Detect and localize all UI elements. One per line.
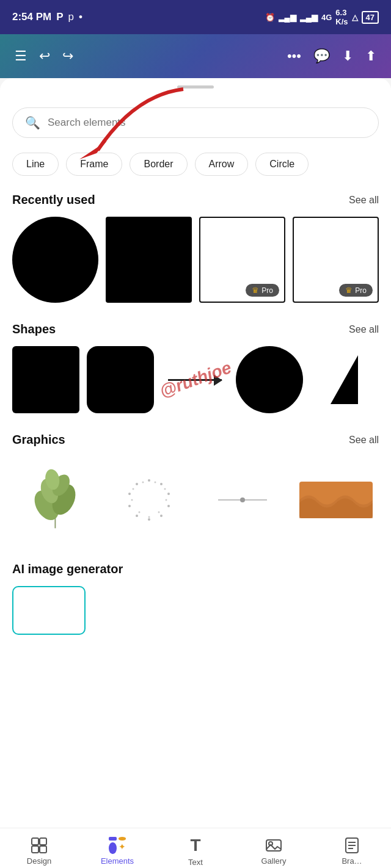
status-left: 2:54 PM P p • [12, 11, 82, 23]
filter-line[interactable]: Line [12, 153, 59, 176]
svg-point-12 [148, 518, 150, 521]
gallery-icon [265, 837, 282, 854]
wavy-svg [299, 482, 373, 518]
nav-elements-label: Elements [101, 856, 134, 866]
shape-black-rounded[interactable] [87, 346, 154, 413]
graphic-plant[interactable] [12, 457, 98, 543]
elem-star: ✦ [119, 842, 126, 855]
shapes-section: Shapes See all [12, 322, 379, 413]
graphic-dots[interactable] [106, 457, 192, 543]
svg-point-23 [131, 499, 133, 501]
triangle-icon: △ [352, 13, 358, 22]
shape-arrow[interactable] [161, 346, 228, 413]
recently-used-title: Recently used [12, 193, 95, 207]
filter-arrow[interactable]: Arrow [195, 153, 249, 176]
signal-icon: ▂▄▆ [279, 13, 296, 22]
undo-icon[interactable]: ↩ [39, 48, 50, 64]
speed: 6.3K/s [335, 8, 348, 26]
shape-circle[interactable] [236, 346, 303, 413]
svg-rect-29 [32, 838, 38, 845]
network-4g: 4G [321, 13, 332, 22]
pro-badge-2: ♛ Pro [339, 284, 373, 297]
shapes-header: Shapes See all [12, 322, 379, 336]
more-icon[interactable]: ••• [287, 48, 301, 64]
crown-icon-1: ♛ [252, 286, 259, 295]
svg-point-22 [138, 511, 140, 513]
status-bar: 2:54 PM P p • ⏰ ▂▄▆ ▂▄▆ 4G 6.3K/s △ 47 [0, 0, 391, 34]
status-right: ⏰ ▂▄▆ ▂▄▆ 4G 6.3K/s △ 47 [265, 8, 379, 26]
svg-rect-30 [40, 838, 46, 845]
recently-used-see-all[interactable]: See all [349, 195, 379, 206]
shapes-see-all[interactable]: See all [349, 324, 379, 335]
recent-white-rect[interactable]: ♛ Pro [293, 217, 379, 303]
svg-point-15 [128, 493, 131, 495]
nav-elements[interactable]: ✦ Elements [78, 837, 156, 866]
svg-point-25 [142, 481, 144, 483]
drag-handle[interactable] [0, 78, 391, 95]
shape-triangle[interactable] [310, 346, 378, 413]
dots-svg [125, 476, 174, 524]
search-icon: 🔍 [25, 115, 40, 130]
shapes-grid [12, 346, 379, 413]
pro-badge-1: ♛ Pro [246, 284, 279, 297]
graphics-grid [12, 457, 379, 543]
svg-point-13 [136, 515, 138, 517]
svg-point-27 [240, 497, 245, 502]
svg-point-11 [160, 515, 163, 517]
main-panel: 🔍 Line Frame Border Arrow Circle Recentl… [0, 95, 391, 828]
redo-icon[interactable]: ↪ [62, 48, 73, 64]
search-bar[interactable]: 🔍 [12, 107, 379, 138]
recent-white-square[interactable]: ♛ Pro [199, 217, 285, 303]
svg-point-21 [148, 516, 150, 518]
filter-circle[interactable]: Circle [255, 153, 309, 176]
svg-point-18 [164, 488, 166, 490]
dot-icon: • [79, 11, 82, 23]
share-icon[interactable]: ⬆ [365, 48, 376, 64]
elem-circle [119, 837, 126, 841]
signal2-icon: ▂▄▆ [300, 13, 318, 22]
shapes-grid-container: @ruthjoe [12, 346, 379, 413]
graphics-header: Graphics See all [12, 433, 379, 447]
alarm-icon: ⏰ [265, 13, 275, 22]
ai-generator-header: AI image generator [12, 562, 379, 576]
nav-design[interactable]: Design [0, 837, 78, 866]
ai-generator-section: AI image generator [12, 562, 379, 635]
brand-icon [343, 837, 360, 854]
svg-point-8 [160, 483, 163, 485]
recently-used-grid: ♛ Pro ♛ Pro [12, 217, 379, 303]
shape-black-rect[interactable] [12, 346, 79, 413]
svg-point-10 [167, 505, 170, 507]
graphic-orange-wavy[interactable] [293, 457, 379, 543]
svg-point-7 [148, 479, 150, 482]
search-input[interactable] [48, 117, 366, 129]
nav-gallery[interactable]: Gallery [235, 837, 313, 866]
pro-label-2: Pro [355, 286, 367, 295]
nav-brand[interactable]: Bra… [313, 837, 391, 866]
recently-used-header: Recently used See all [12, 193, 379, 207]
elements-icon: ✦ [109, 837, 126, 854]
shapes-title: Shapes [12, 322, 56, 336]
filter-frame[interactable]: Frame [66, 153, 122, 176]
svg-point-9 [167, 493, 170, 495]
svg-point-20 [158, 511, 159, 513]
line-dot-svg [218, 494, 267, 506]
app-icon-p1: P [56, 11, 63, 23]
comment-icon[interactable]: 💬 [313, 48, 330, 64]
svg-rect-32 [40, 846, 46, 853]
svg-point-16 [136, 483, 138, 485]
ai-preview-box[interactable] [12, 586, 86, 635]
recent-square[interactable] [106, 217, 192, 303]
svg-rect-33 [266, 840, 281, 851]
nav-text-label: Text [188, 858, 203, 867]
graphics-see-all[interactable]: See all [349, 435, 379, 446]
filter-border[interactable]: Border [130, 153, 187, 176]
toolbar-right: ••• 💬 ⬇ ⬆ [287, 48, 376, 64]
menu-icon[interactable]: ☰ [15, 48, 27, 64]
nav-text[interactable]: T Text [156, 836, 235, 867]
nav-gallery-label: Gallery [261, 856, 286, 866]
nav-row: Design ✦ Elements T Text Gallery [0, 836, 391, 867]
download-icon[interactable]: ⬇ [342, 48, 353, 64]
recent-circle[interactable] [12, 217, 98, 303]
battery: 47 [362, 11, 379, 24]
graphic-line-dot[interactable] [199, 457, 285, 543]
